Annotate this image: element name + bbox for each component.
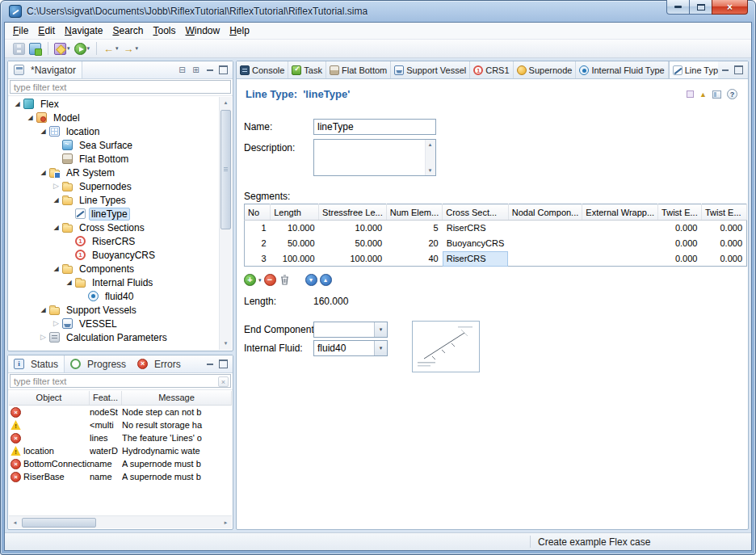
tree-item-cross-sections[interactable]: ◢Cross Sections: [9, 221, 219, 234]
minimize-view-icon[interactable]: [203, 358, 216, 370]
menu-edit[interactable]: Edit: [33, 23, 60, 38]
chevron-down-icon[interactable]: ▾: [87, 45, 90, 52]
segments-grid[interactable]: NoLengthStressfree Le...Num Elem...Cross…: [244, 204, 747, 267]
chevron-down-icon[interactable]: ▾: [136, 45, 139, 52]
scroll-right-icon[interactable]: ►: [220, 516, 232, 529]
wizard-button[interactable]: ▾: [52, 41, 72, 57]
expand-open-icon[interactable]: ◢: [38, 303, 48, 317]
editor-tab-supernode[interactable]: Supernode: [514, 61, 577, 78]
menu-help[interactable]: Help: [225, 23, 254, 38]
clear-filter-icon[interactable]: ×: [218, 376, 229, 387]
problem-row[interactable]: ×linesThe feature 'Lines' o: [9, 431, 232, 444]
tree-item-fluid40[interactable]: fluid40: [9, 289, 219, 303]
tab-progress[interactable]: Progress: [65, 355, 132, 372]
collapse-all-icon[interactable]: ⊟: [175, 64, 189, 76]
link-editor-icon[interactable]: ⊞: [189, 64, 203, 76]
tree-item-support-vessels[interactable]: ◢Support Vessels: [9, 303, 219, 317]
tree-item-vessel[interactable]: ▷VESSEL: [9, 317, 219, 330]
help-icon[interactable]: ?: [727, 89, 737, 99]
expand-open-icon[interactable]: ◢: [64, 275, 74, 289]
maximize-view-icon[interactable]: [216, 64, 230, 76]
tree-item-sea-surface[interactable]: Sea Surface: [9, 138, 219, 152]
tree-item-location[interactable]: ◢location: [9, 124, 219, 138]
column-stressfree-le-header[interactable]: Stressfree Le...: [319, 204, 387, 221]
column-header-object[interactable]: Object: [9, 391, 90, 405]
column-cross-sect-header[interactable]: Cross Sect...: [443, 204, 509, 221]
expand-open-icon[interactable]: ◢: [12, 97, 23, 111]
tree-item-risercrs[interactable]: RiserCRS: [9, 234, 219, 248]
minimize-button[interactable]: [666, 0, 690, 15]
menu-navigate[interactable]: Navigate: [60, 23, 107, 38]
maximize-view-icon[interactable]: [216, 358, 230, 370]
tree-item-buoyancycrs[interactable]: BuoyancyCRS: [9, 248, 219, 262]
editor-tab-support-vessel[interactable]: Support Vessel: [391, 61, 470, 78]
status-hscrollbar[interactable]: ◄ ►: [9, 515, 232, 528]
scroll-up-icon[interactable]: ▲: [220, 97, 232, 109]
tab-status[interactable]: Status: [8, 355, 65, 372]
expand-closed-icon[interactable]: ▷: [51, 317, 61, 330]
tree-item-flat-bottom[interactable]: Flat Bottom: [9, 152, 219, 166]
segment-row[interactable]: 250.00050.00020BuoyancyCRS0.0000.000: [245, 236, 747, 251]
end-component-select[interactable]: ▾: [313, 322, 388, 338]
menu-search[interactable]: Search: [107, 23, 148, 38]
column-twist-e-header[interactable]: Twist E...: [701, 204, 746, 221]
editor-tab-console[interactable]: Console: [237, 61, 288, 78]
column-external-wrapp-header[interactable]: External Wrapp...: [582, 204, 658, 221]
back-button[interactable]: ←▾: [101, 41, 120, 57]
scroll-left-icon[interactable]: ◄: [9, 516, 21, 529]
problem-row[interactable]: ×RiserBasenameA supernode must b: [9, 470, 232, 483]
add-dropdown-icon[interactable]: ▾: [258, 277, 262, 284]
tree-item-supernodes[interactable]: ▷Supernodes: [9, 179, 219, 193]
close-button[interactable]: ×: [712, 0, 748, 15]
menu-file[interactable]: File: [8, 23, 33, 38]
tree-item-ar-system[interactable]: ◢AR System: [9, 166, 219, 179]
editor-tab-task[interactable]: Task: [288, 61, 326, 78]
forward-button[interactable]: →▾: [121, 41, 141, 57]
column-nodal-compon-header[interactable]: Nodal Compon...: [508, 204, 582, 221]
problem-row[interactable]: ×nodeStNode step can not b: [9, 406, 232, 418]
scroll-down-icon[interactable]: ▼: [425, 166, 435, 174]
expand-closed-icon[interactable]: ▷: [38, 330, 48, 344]
scroll-down-icon[interactable]: ▼: [220, 338, 232, 350]
tree-item-components[interactable]: ◢Components: [9, 262, 219, 275]
chevron-down-icon[interactable]: ▾: [67, 45, 70, 52]
expand-closed-icon[interactable]: ▷: [51, 179, 61, 193]
title-bar[interactable]: C:\Users\sigvat\Documents\Jobb\RiflexTut…: [1, 1, 755, 22]
expand-open-icon[interactable]: ◢: [51, 193, 61, 207]
expand-open-icon[interactable]: ◢: [51, 262, 61, 275]
column-num-elem-header[interactable]: Num Elem...: [386, 204, 443, 221]
add-segment-button[interactable]: +: [244, 274, 256, 286]
pin-icon[interactable]: [687, 90, 694, 98]
editor-tab-internal-fluid-type[interactable]: Internal Fluid Type: [576, 61, 668, 78]
description-input[interactable]: ▲ ▼: [313, 139, 436, 176]
segment-row[interactable]: 3100.000100.00040RiserCRS0.0000.000: [245, 251, 747, 267]
name-input[interactable]: [313, 119, 436, 135]
hscrollbar-thumb[interactable]: [22, 518, 96, 528]
tree-item-internal-fluids[interactable]: ◢Internal Fluids: [9, 275, 219, 289]
column-header-feat[interactable]: Feat...: [90, 391, 122, 405]
move-down-button[interactable]: ▼: [305, 274, 317, 286]
remove-segment-button[interactable]: −: [264, 274, 276, 286]
chevron-down-icon[interactable]: ▾: [374, 322, 387, 337]
navigator-filter-input[interactable]: [10, 80, 231, 94]
problem-row[interactable]: !locationwaterDHydrodynamic wate: [9, 444, 232, 457]
tree-item-line-types[interactable]: ◢Line Types: [9, 193, 219, 207]
menu-tools[interactable]: Tools: [148, 23, 180, 38]
column-no-header[interactable]: No: [245, 204, 271, 221]
chevron-down-icon[interactable]: ▾: [374, 341, 387, 355]
tree-item-model[interactable]: ◢Model: [9, 111, 219, 124]
navigator-scrollbar[interactable]: ▲ ▼: [219, 97, 232, 350]
status-filter-input[interactable]: [10, 374, 231, 388]
chevron-down-icon[interactable]: ▾: [116, 45, 119, 52]
scrollbar-thumb[interactable]: [220, 110, 231, 229]
tree-item-flex[interactable]: ◢Flex: [9, 97, 219, 111]
up-icon[interactable]: ▲: [699, 90, 707, 99]
problem-row[interactable]: ×BottomConnectionnameA supernode must b: [9, 457, 232, 470]
tree-item-linetype[interactable]: lineType: [9, 207, 219, 221]
editor-tab-line-type[interactable]: Line Type×: [669, 61, 718, 78]
maximize-button[interactable]: [689, 0, 712, 15]
segment-row[interactable]: 110.00010.0005RiserCRS0.0000.000: [245, 221, 747, 236]
new-window-icon[interactable]: [712, 90, 721, 99]
navigator-tab[interactable]: *Navigator: [8, 61, 82, 78]
editor-tab-crs1[interactable]: CRS1: [470, 61, 513, 78]
